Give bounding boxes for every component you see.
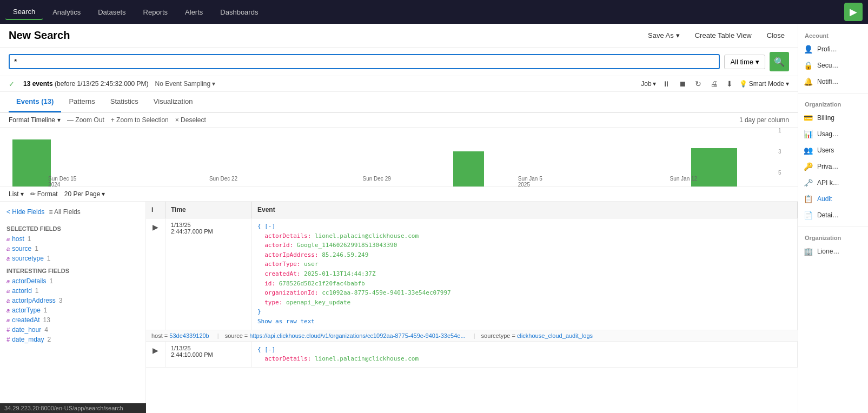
- search-input-wrap: [9, 54, 720, 69]
- th-time: Time: [165, 202, 252, 218]
- content-area: < Hide Fields ≡ All Fields SELECTED FIEL…: [0, 202, 798, 413]
- left-content: New Search Save As ▾ Create Table View C…: [0, 24, 798, 413]
- results-table: i Time Event ▶ 1/13/252:44:37.000 PM { […: [146, 202, 798, 413]
- tab-visualization[interactable]: Visualization: [146, 92, 201, 112]
- search-input[interactable]: [14, 57, 714, 66]
- sidebar-item-api-keys[interactable]: 🗝️ API k…: [798, 175, 868, 191]
- search-go-button[interactable]: 🔍: [770, 52, 789, 71]
- main-container: New Search Save As ▾ Create Table View C…: [0, 24, 868, 413]
- api-keys-icon: 🗝️: [804, 178, 813, 187]
- all-fields-button[interactable]: ≡ All Fields: [49, 208, 80, 216]
- metadata-row-1: host = 53de4339120b | source = https://a…: [146, 330, 798, 341]
- privacy-icon: 🔑: [804, 162, 813, 171]
- page-title: New Search: [9, 29, 644, 42]
- audit-icon: 📋: [804, 195, 813, 203]
- tab-statistics[interactable]: Statistics: [103, 92, 146, 112]
- header-actions: Save As ▾ Create Table View Close: [644, 29, 789, 42]
- tabs-row: Events (13) Patterns Statistics Visualiz…: [0, 92, 798, 113]
- nav-item-analytics[interactable]: Analytics: [45, 5, 88, 19]
- status-row: ✓ 13 events (before 1/13/25 2:45:32.000 …: [0, 76, 798, 92]
- zoom-out-button[interactable]: — Zoom Out: [67, 116, 104, 124]
- expand-cell-1: ▶: [146, 218, 165, 330]
- tab-events[interactable]: Events (13): [9, 92, 61, 112]
- save-as-button[interactable]: Save As ▾: [644, 29, 684, 42]
- chart-canvas: 5 3 1 Sun Dec 152024 Sun Dec 22: [9, 128, 789, 186]
- nav-item-reports[interactable]: Reports: [136, 5, 176, 19]
- pause-button[interactable]: ⏸: [660, 78, 672, 89]
- print-button[interactable]: 🖨: [708, 78, 720, 89]
- stop-button[interactable]: ⏹: [677, 78, 688, 89]
- tab-patterns[interactable]: Patterns: [61, 92, 102, 112]
- table-header: i Time Event: [146, 202, 798, 218]
- nav-item-datasets[interactable]: Datasets: [90, 5, 133, 19]
- profile-icon: 👤: [804, 45, 813, 54]
- fields-panel: < Hide Fields ≡ All Fields SELECTED FIEL…: [0, 202, 146, 413]
- field-source[interactable]: a source 1: [0, 244, 145, 254]
- field-actorDetails[interactable]: a actorDetails 1: [0, 276, 145, 286]
- sidebar-item-notifications[interactable]: 🔔 Notifi…: [798, 74, 868, 90]
- sidebar-item-billing[interactable]: 💳 Billing: [798, 110, 868, 126]
- field-createdAt[interactable]: a createdAt 13: [0, 315, 145, 325]
- sidebar-item-security[interactable]: 🔒 Secu…: [798, 57, 868, 74]
- th-expand: i: [146, 202, 165, 218]
- notifications-icon: 🔔: [804, 77, 813, 86]
- format-timeline-button[interactable]: Format Timeline ▾: [9, 116, 61, 124]
- field-actorType[interactable]: a actorType 1: [0, 305, 145, 315]
- org-section-title-2: Organization: [798, 230, 868, 243]
- expand-button-1[interactable]: ▶: [151, 222, 160, 232]
- users-icon: 👥: [804, 146, 813, 155]
- sidebar-item-details[interactable]: 📄 Detai…: [798, 207, 868, 223]
- results-controls: List ▾ ✏ Format 20 Per Page ▾: [0, 187, 798, 202]
- table-row-2: ▶ 1/13/252:44:10.000 PM { [-] actorDetai…: [146, 342, 798, 368]
- timeline-controls: Format Timeline ▾ — Zoom Out + Zoom to S…: [0, 113, 798, 128]
- time-selector[interactable]: All time ▾: [724, 55, 765, 69]
- nav-item-search[interactable]: Search: [5, 4, 43, 20]
- sidebar-item-users[interactable]: 👥 Users: [798, 142, 868, 158]
- zoom-to-selection-button[interactable]: + Zoom to Selection: [111, 116, 169, 124]
- table-row: ▶ 1/13/252:44:37.000 PM { [-] actorDetai…: [146, 218, 798, 342]
- field-date_mday[interactable]: # date_mday 2: [0, 335, 145, 344]
- expand-cell-2: ▶: [146, 342, 165, 367]
- interesting-fields-title: INTERESTING FIELDS: [0, 263, 145, 276]
- format-button[interactable]: ✏ Format: [30, 190, 58, 198]
- deselect-button[interactable]: × Deselect: [175, 116, 206, 124]
- show-raw-button-1[interactable]: Show as raw text: [257, 318, 315, 325]
- list-button[interactable]: List ▾: [9, 190, 24, 198]
- field-host[interactable]: a host 1: [0, 234, 145, 244]
- column-label: 1 day per column: [739, 116, 789, 124]
- org-icon: 🏢: [804, 247, 813, 256]
- top-nav: Search Analytics Datasets Reports Alerts…: [0, 0, 868, 24]
- status-right: Job ▾ ⏸ ⏹ ↻ 🖨 ⬇ 💡 Smart Mode ▾: [641, 78, 789, 89]
- per-page-button[interactable]: 20 Per Page ▾: [64, 190, 105, 198]
- chart-area: 5 3 1 Sun Dec 152024 Sun Dec 22: [0, 128, 798, 187]
- event-cell-2: { [-] actorDetails: lionel.palacin@click…: [252, 342, 798, 367]
- chart-x-labels: Sun Dec 152024 Sun Dec 22 Sun Dec 29 Sun…: [9, 176, 776, 186]
- sidebar-item-usage[interactable]: 📊 Usag…: [798, 126, 868, 142]
- sidebar-item-audit[interactable]: 📋 Audit: [798, 191, 868, 207]
- sidebar-item-profile[interactable]: 👤 Profi…: [798, 41, 868, 57]
- download-button[interactable]: ⬇: [724, 78, 735, 89]
- account-section-title: Account: [798, 28, 868, 41]
- sidebar-item-org-name[interactable]: 🏢 Lione…: [798, 243, 868, 259]
- field-actorId[interactable]: a actorId 1: [0, 286, 145, 296]
- refresh-button[interactable]: ↻: [693, 78, 704, 89]
- field-date_hour[interactable]: # date_hour 4: [0, 325, 145, 335]
- nav-item-dashboards[interactable]: Dashboards: [213, 5, 266, 19]
- job-button[interactable]: Job ▾: [641, 80, 655, 88]
- hide-fields-button[interactable]: < Hide Fields: [6, 208, 44, 216]
- right-sidebar: Account 👤 Profi… 🔒 Secu… 🔔 Notifi… Organ…: [798, 24, 868, 413]
- close-button[interactable]: Close: [763, 29, 789, 42]
- collapse-btn-1[interactable]: [-]: [264, 223, 275, 230]
- fields-header: < Hide Fields ≡ All Fields: [0, 206, 145, 218]
- create-table-view-button[interactable]: Create Table View: [691, 29, 756, 42]
- no-sampling-button[interactable]: No Event Sampling ▾: [155, 80, 216, 88]
- sidebar-item-privacy[interactable]: 🔑 Priva…: [798, 158, 868, 175]
- field-actorIpAddress[interactable]: a actorIpAddress 3: [0, 296, 145, 305]
- nav-go-button[interactable]: ▶: [844, 3, 863, 21]
- nav-item-alerts[interactable]: Alerts: [177, 5, 210, 19]
- field-sourcetype[interactable]: a sourcetype 1: [0, 254, 145, 263]
- smart-mode-button[interactable]: 💡 Smart Mode ▾: [739, 80, 789, 88]
- url-bar: 34.29.223.20:8000/en-US/app/search/searc…: [0, 403, 146, 413]
- collapse-btn-2[interactable]: [-]: [264, 346, 275, 353]
- expand-button-2[interactable]: ▶: [151, 345, 160, 356]
